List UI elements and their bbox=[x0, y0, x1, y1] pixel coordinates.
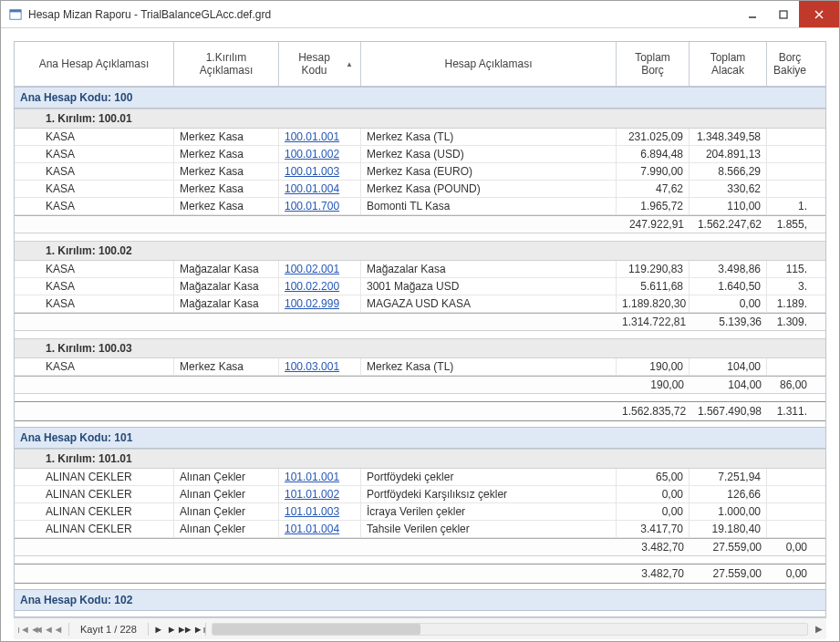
table-row[interactable]: KASAMerkez Kasa100.03.001Merkez Kasa (TL… bbox=[15, 358, 825, 376]
group-sub-header[interactable]: 1. Kırılım: 100.01 bbox=[15, 109, 825, 129]
table-row[interactable]: KASAMerkez Kasa100.01.004Merkez Kasa (PO… bbox=[15, 181, 825, 198]
cell-acik: Merkez Kasa (TL) bbox=[361, 129, 617, 145]
group-sub-header[interactable]: 1. Kırılım: 100.03 bbox=[15, 338, 825, 358]
total-bakiye: 1.311. bbox=[767, 405, 813, 418]
cell-acik: 3001 Mağaza USD bbox=[361, 278, 617, 295]
cell-borc: 119.290,83 bbox=[617, 261, 690, 277]
statusbar: ı◄◄ ◄◄ ◄ Kayıt 1 / 228 ► ►► ►►ı ▶ bbox=[14, 617, 826, 639]
col-header-kod[interactable]: Hesap Kodu bbox=[279, 42, 361, 86]
account-code-link[interactable]: 100.02.200 bbox=[279, 278, 361, 295]
scroll-right-icon[interactable]: ▶ bbox=[812, 624, 826, 634]
cell-alacak: 1.000,00 bbox=[690, 503, 767, 520]
close-button[interactable] bbox=[799, 1, 839, 27]
col-header-bakiye[interactable]: Borç Bakiye bbox=[767, 42, 813, 86]
window-controls bbox=[737, 1, 839, 27]
cell-acik: İcraya Verilen çekler bbox=[361, 503, 617, 520]
total-borc: 3.482,70 bbox=[617, 541, 690, 554]
nav-prev-icon[interactable]: ◄ bbox=[50, 624, 67, 635]
cell-bakiye bbox=[767, 469, 813, 485]
cell-bakiye: 1.189. bbox=[767, 295, 813, 312]
nav-next-page-icon[interactable]: ►► bbox=[167, 624, 183, 635]
table-row[interactable]: KASAMağazalar Kasa100.02.999MAGAZA USD K… bbox=[15, 295, 825, 313]
cell-bakiye bbox=[767, 163, 813, 180]
record-navigator: ı◄◄ ◄◄ ◄ Kayıt 1 / 228 ► ►► ►►ı bbox=[14, 623, 203, 636]
cell-borc: 231.025,09 bbox=[617, 129, 690, 145]
account-code-link[interactable]: 100.01.700 bbox=[279, 198, 361, 214]
cell-ana: KASA bbox=[15, 146, 174, 162]
table-row[interactable]: KASAMerkez Kasa100.01.700Bomonti TL Kasa… bbox=[15, 198, 825, 215]
group-main-header[interactable]: Ana Hesap Kodu: 100 bbox=[15, 87, 825, 109]
table-row[interactable]: ALINAN CEKLERAlınan Çekler101.01.004Tahs… bbox=[15, 521, 825, 538]
cell-bakiye bbox=[767, 129, 813, 145]
account-code-link[interactable]: 101.01.001 bbox=[279, 469, 361, 485]
account-code-link[interactable]: 100.02.999 bbox=[279, 295, 361, 312]
total-borc: 1.314.722,81 bbox=[617, 316, 690, 328]
group-sub-header[interactable]: 1. Kırılım: 101.01 bbox=[15, 449, 825, 469]
account-code-link[interactable]: 100.03.001 bbox=[279, 358, 361, 375]
table-row[interactable]: ALINAN CEKLERAlınan Çekler101.01.001Port… bbox=[15, 469, 825, 486]
cell-alacak: 3.498,86 bbox=[690, 261, 767, 277]
nav-first-icon[interactable]: ı◄◄ bbox=[17, 624, 34, 635]
main-group-total: 3.482,7027.559,000,00 bbox=[15, 564, 825, 584]
cell-borc: 65,00 bbox=[617, 469, 690, 485]
nav-prev-page-icon[interactable]: ◄◄ bbox=[34, 624, 50, 635]
cell-acik: Merkez Kasa (EURO) bbox=[361, 163, 617, 180]
cell-k1: Alınan Çekler bbox=[174, 503, 279, 520]
total-borc: 1.562.835,72 bbox=[617, 405, 690, 418]
nav-next-icon[interactable]: ► bbox=[150, 624, 167, 635]
account-code-link[interactable]: 101.01.002 bbox=[279, 486, 361, 502]
table-row[interactable]: ALINAN CEKLERAlınan Çekler101.01.002Port… bbox=[15, 486, 825, 503]
account-code-link[interactable]: 100.01.002 bbox=[279, 146, 361, 162]
cell-k1: Merkez Kasa bbox=[174, 146, 279, 162]
account-code-link[interactable]: 100.01.004 bbox=[279, 181, 361, 197]
cell-acik: Merkez Kasa (USD) bbox=[361, 146, 617, 162]
table-row[interactable]: KASAMerkez Kasa100.01.003Merkez Kasa (EU… bbox=[15, 163, 825, 181]
cell-k1: Merkez Kasa bbox=[174, 129, 279, 145]
table-row[interactable]: KASAMağazalar Kasa100.02.001Mağazalar Ka… bbox=[15, 261, 825, 278]
cell-alacak: 204.891,13 bbox=[690, 146, 767, 162]
account-code-link[interactable]: 101.01.003 bbox=[279, 503, 361, 520]
account-code-link[interactable]: 101.01.004 bbox=[279, 521, 361, 537]
group-sub-header[interactable]: 1. Kırılım: 100.02 bbox=[15, 241, 825, 261]
record-indicator: Kayıt 1 / 228 bbox=[71, 624, 146, 635]
minimize-button[interactable] bbox=[737, 1, 768, 27]
col-header-ana[interactable]: Ana Hesap Açıklaması bbox=[15, 42, 174, 86]
data-grid: Ana Hesap Açıklaması 1.Kırılım Açıklamas… bbox=[14, 41, 826, 617]
col-header-k1[interactable]: 1.Kırılım Açıklaması bbox=[174, 42, 279, 86]
cell-k1: Alınan Çekler bbox=[174, 486, 279, 502]
cell-bakiye bbox=[767, 146, 813, 162]
sub-group-subtotal: 247.922,911.562.247,621.855, bbox=[15, 215, 825, 233]
scrollbar-thumb[interactable] bbox=[213, 624, 420, 635]
table-row[interactable]: ALINAN CEKLERAlınan Çekler101.01.003İcra… bbox=[15, 503, 825, 521]
group-main-header[interactable]: Ana Hesap Kodu: 102 bbox=[15, 589, 825, 611]
total-bakiye: 1.855, bbox=[767, 218, 813, 231]
group-main-header[interactable]: Ana Hesap Kodu: 101 bbox=[15, 427, 825, 449]
cell-k1: Merkez Kasa bbox=[174, 198, 279, 214]
cell-bakiye bbox=[767, 486, 813, 502]
account-code-link[interactable]: 100.02.001 bbox=[279, 261, 361, 277]
maximize-button[interactable] bbox=[768, 1, 799, 27]
horizontal-scrollbar[interactable] bbox=[212, 623, 808, 636]
col-header-borc[interactable]: Toplam Borç bbox=[617, 42, 690, 86]
account-code-link[interactable]: 100.01.003 bbox=[279, 163, 361, 180]
app-icon bbox=[8, 7, 23, 22]
table-row[interactable]: KASAMerkez Kasa100.01.002Merkez Kasa (US… bbox=[15, 146, 825, 163]
cell-bakiye: 3. bbox=[767, 278, 813, 295]
table-row[interactable]: KASAMerkez Kasa100.01.001Merkez Kasa (TL… bbox=[15, 129, 825, 146]
col-header-acik[interactable]: Hesap Açıklaması bbox=[361, 42, 617, 86]
total-bakiye: 86,00 bbox=[767, 378, 813, 391]
cell-alacak: 330,62 bbox=[690, 181, 767, 197]
col-header-alacak[interactable]: Toplam Alacak bbox=[690, 42, 767, 86]
grid-body[interactable]: Ana Hesap Kodu: 1001. Kırılım: 100.01KAS… bbox=[15, 87, 825, 616]
cell-borc: 6.894,48 bbox=[617, 146, 690, 162]
cell-ana: ALINAN CEKLER bbox=[15, 469, 174, 485]
table-row[interactable]: KASAMağazalar Kasa100.02.2003001 Mağaza … bbox=[15, 278, 825, 295]
cell-ana: KASA bbox=[15, 129, 174, 145]
cell-alacak: 8.566,29 bbox=[690, 163, 767, 180]
total-bakiye: 0,00 bbox=[767, 567, 813, 580]
account-code-link[interactable]: 100.01.001 bbox=[279, 129, 361, 145]
cell-bakiye: 115. bbox=[767, 261, 813, 277]
total-alacak: 104,00 bbox=[690, 378, 767, 391]
total-borc: 190,00 bbox=[617, 378, 690, 391]
nav-last-icon[interactable]: ►►ı bbox=[183, 624, 200, 635]
